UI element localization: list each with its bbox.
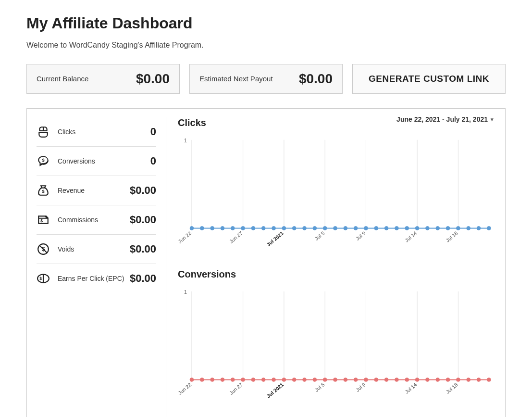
mouse-icon: [37, 125, 50, 139]
chevron-down-icon: ▾: [491, 116, 494, 123]
svg-point-49: [436, 227, 440, 230]
metric-conversions[interactable]: $ Conversions 0: [37, 147, 156, 176]
welcome-text: Welcome to WordCandy Staging's Affiliate…: [26, 41, 506, 50]
svg-text:Jul 18: Jul 18: [445, 381, 458, 394]
metric-epc[interactable]: $ Earns Per Click (EPC) $0.00: [37, 264, 156, 293]
svg-point-28: [221, 227, 224, 230]
metrics-sidebar: Clicks 0 $ Conversions 0 $ Revenue $0.00: [27, 117, 166, 417]
svg-point-87: [354, 378, 358, 382]
metric-voids[interactable]: $ Voids $0.00: [37, 235, 156, 264]
svg-point-97: [457, 378, 460, 382]
svg-point-74: [221, 378, 224, 382]
svg-point-50: [446, 227, 450, 230]
svg-text:Jul 14: Jul 14: [404, 230, 418, 243]
svg-point-75: [231, 378, 235, 382]
svg-point-29: [231, 227, 235, 230]
date-range-label: June 22, 2021 - July 21, 2021: [396, 115, 488, 123]
svg-point-47: [415, 227, 419, 230]
money-bag-icon: $: [37, 184, 50, 197]
svg-point-73: [210, 378, 214, 382]
metric-label: Conversions: [58, 157, 95, 165]
metric-revenue[interactable]: $ Revenue $0.00: [37, 176, 156, 205]
svg-text:1: 1: [184, 289, 187, 295]
svg-point-35: [292, 227, 296, 230]
svg-point-46: [405, 227, 409, 230]
svg-text:Jun 27: Jun 27: [228, 381, 244, 396]
svg-point-40: [344, 227, 347, 230]
chat-money-icon: $: [37, 154, 50, 168]
payout-label: Estimated Next Payout: [199, 74, 273, 84]
payout-value: $0.00: [299, 71, 333, 87]
metric-value: $0.00: [130, 184, 156, 197]
svg-point-30: [241, 227, 245, 230]
svg-point-79: [272, 378, 276, 382]
svg-point-52: [467, 227, 470, 230]
svg-point-89: [374, 378, 378, 382]
svg-text:$: $: [42, 157, 45, 163]
metric-commissions[interactable]: $ Commissions $0.00: [37, 205, 156, 235]
svg-point-77: [251, 378, 255, 382]
svg-text:Jul 18: Jul 18: [445, 230, 458, 243]
svg-point-82: [303, 378, 307, 382]
conversions-chart-svg: 1Jun 22Jun 27Jul 2021Jul 5Jul 9Jul 14Jul…: [178, 285, 494, 405]
svg-text:Jul 2021: Jul 2021: [265, 381, 285, 399]
svg-point-93: [415, 378, 419, 382]
chart-title: Conversions: [178, 269, 494, 280]
svg-point-83: [313, 378, 317, 382]
svg-point-78: [261, 378, 265, 382]
svg-point-53: [477, 227, 481, 230]
svg-point-76: [241, 378, 245, 382]
svg-point-71: [190, 378, 194, 382]
metric-label: Clicks: [58, 128, 75, 136]
metric-label: Voids: [58, 245, 74, 253]
svg-point-36: [303, 227, 307, 230]
svg-point-25: [190, 227, 194, 230]
chart-area: June 22, 2021 - July 21, 2021 ▾ Clicks 1…: [166, 117, 505, 417]
metric-clicks[interactable]: Clicks 0: [37, 117, 156, 147]
svg-point-100: [487, 378, 491, 382]
date-range-picker[interactable]: June 22, 2021 - July 21, 2021 ▾: [396, 115, 494, 123]
svg-point-86: [344, 378, 347, 382]
svg-point-41: [354, 227, 358, 230]
svg-text:$: $: [39, 276, 42, 281]
current-balance-card: Current Balance $0.00: [26, 64, 180, 94]
svg-point-92: [405, 378, 409, 382]
svg-point-34: [282, 227, 286, 230]
svg-text:Jun 22: Jun 22: [178, 230, 192, 244]
svg-point-33: [272, 227, 276, 230]
metric-value: $0.00: [130, 243, 156, 255]
svg-point-96: [446, 378, 450, 382]
balance-value: $0.00: [136, 71, 170, 87]
clicks-chart-svg: 1Jun 22Jun 27Jul 2021Jul 5Jul 9Jul 14Jul…: [178, 133, 494, 253]
svg-point-94: [426, 378, 430, 382]
metric-label: Earns Per Click (EPC): [58, 275, 124, 282]
svg-point-45: [395, 227, 399, 230]
svg-point-88: [364, 378, 368, 382]
svg-text:Jul 5: Jul 5: [314, 381, 326, 393]
estimated-payout-card: Estimated Next Payout $0.00: [189, 64, 343, 94]
metric-label: Revenue: [58, 187, 85, 194]
metric-value: 0: [150, 126, 156, 138]
conversions-chart: Conversions 1Jun 22Jun 27Jul 2021Jul 5Ju…: [178, 269, 494, 407]
generate-custom-link-button[interactable]: GENERATE CUSTOM LINK: [352, 64, 506, 94]
svg-point-43: [374, 227, 378, 230]
svg-point-99: [477, 378, 481, 382]
svg-point-95: [436, 378, 440, 382]
svg-point-37: [313, 227, 317, 230]
svg-point-98: [467, 378, 470, 382]
metric-value: $0.00: [130, 214, 156, 226]
main-panel: Clicks 0 $ Conversions 0 $ Revenue $0.00: [26, 108, 506, 417]
svg-text:Jul 9: Jul 9: [355, 381, 367, 393]
svg-text:$: $: [40, 218, 43, 223]
svg-point-51: [457, 227, 460, 230]
no-money-icon: $: [37, 242, 50, 256]
svg-point-80: [282, 378, 286, 382]
svg-point-91: [395, 378, 399, 382]
svg-point-31: [251, 227, 255, 230]
svg-point-39: [334, 227, 337, 230]
svg-point-27: [210, 227, 214, 230]
svg-text:Jul 5: Jul 5: [314, 230, 326, 241]
svg-point-81: [292, 378, 296, 382]
svg-text:$: $: [42, 189, 45, 194]
svg-text:Jul 9: Jul 9: [355, 230, 367, 241]
